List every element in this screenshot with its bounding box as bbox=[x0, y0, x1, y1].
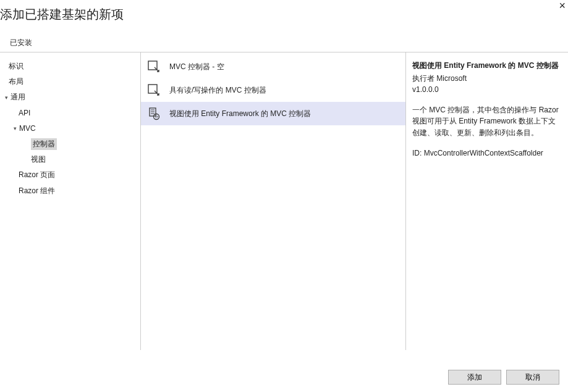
tab-row: 已安装 bbox=[0, 34, 568, 52]
template-list: MVC 控制器 - 空 具有读/写操作的 MVC 控制器 视图使用 Entity… bbox=[141, 52, 406, 350]
tree-label: 控制器 bbox=[31, 138, 57, 150]
template-mvc-empty[interactable]: MVC 控制器 - 空 bbox=[141, 55, 405, 78]
tree-item-api[interactable]: API bbox=[0, 106, 140, 121]
chevron-down-icon: ▾ bbox=[11, 124, 19, 133]
tree-item-identity[interactable]: 标识 bbox=[0, 59, 140, 74]
close-button[interactable]: × bbox=[559, 0, 566, 11]
details-author: 执行者 Microsoft bbox=[412, 73, 561, 85]
controller-ef-icon bbox=[147, 107, 161, 120]
tab-installed[interactable]: 已安装 bbox=[9, 34, 33, 52]
tree-item-view[interactable]: 视图 bbox=[0, 152, 140, 167]
tree-label: API bbox=[19, 107, 30, 119]
details-title: 视图使用 Entity Framework 的 MVC 控制器 bbox=[412, 60, 561, 72]
add-button[interactable]: 添加 bbox=[448, 370, 501, 385]
tree-label: 布局 bbox=[9, 76, 23, 88]
tree-label: 视图 bbox=[31, 154, 46, 165]
main-area: 标识 布局 ▾ 通用 API ▾ MVC 控制器 视图 Razor 页面 Raz… bbox=[0, 52, 568, 350]
details-panel: 视图使用 Entity Framework 的 MVC 控制器 执行者 Micr… bbox=[406, 52, 568, 350]
controller-icon bbox=[147, 83, 161, 97]
cancel-button[interactable]: 取消 bbox=[506, 370, 559, 385]
tree-item-layout[interactable]: 布局 bbox=[0, 74, 140, 90]
controller-icon bbox=[147, 60, 161, 73]
sidebar-tree: 标识 布局 ▾ 通用 API ▾ MVC 控制器 视图 Razor 页面 Raz… bbox=[0, 52, 141, 350]
details-description: 一个 MVC 控制器，其中包含的操作与 Razor 视图可用于从 Entity … bbox=[412, 104, 561, 139]
tree-label: 标识 bbox=[9, 60, 23, 72]
template-label: 视图使用 Entity Framework 的 MVC 控制器 bbox=[169, 109, 311, 119]
template-label: MVC 控制器 - 空 bbox=[169, 62, 224, 72]
tree-label: Razor 页面 bbox=[19, 169, 55, 181]
tree-label: Razor 组件 bbox=[19, 185, 55, 197]
tree-item-razor-page[interactable]: Razor 页面 bbox=[0, 167, 140, 183]
tree-item-razor-component[interactable]: Razor 组件 bbox=[0, 183, 140, 199]
template-label: 具有读/写操作的 MVC 控制器 bbox=[169, 85, 266, 96]
tree-label: 通用 bbox=[11, 91, 25, 103]
details-version: v1.0.0.0 bbox=[412, 84, 561, 96]
dialog-footer: 添加 取消 bbox=[448, 370, 559, 385]
dialog-title: 添加已搭建基架的新项 bbox=[0, 0, 568, 34]
template-mvc-ef-views[interactable]: 视图使用 Entity Framework 的 MVC 控制器 bbox=[141, 102, 405, 125]
template-mvc-rw[interactable]: 具有读/写操作的 MVC 控制器 bbox=[141, 78, 405, 102]
chevron-down-icon: ▾ bbox=[2, 93, 10, 102]
tree-label: MVC bbox=[19, 123, 36, 135]
tree-item-mvc[interactable]: ▾ MVC bbox=[0, 121, 140, 136]
tree-item-controller[interactable]: 控制器 bbox=[0, 136, 140, 152]
details-id: ID: MvcControllerWithContextScaffolder bbox=[412, 148, 561, 159]
tree-item-common[interactable]: ▾ 通用 bbox=[0, 90, 140, 105]
